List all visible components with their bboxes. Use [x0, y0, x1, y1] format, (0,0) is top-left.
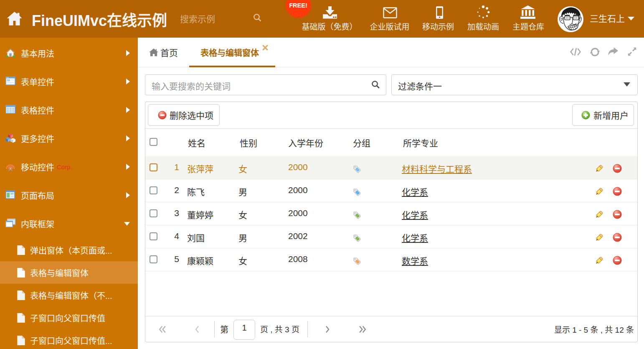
svg-text:FREE!: FREE! [289, 2, 307, 9]
